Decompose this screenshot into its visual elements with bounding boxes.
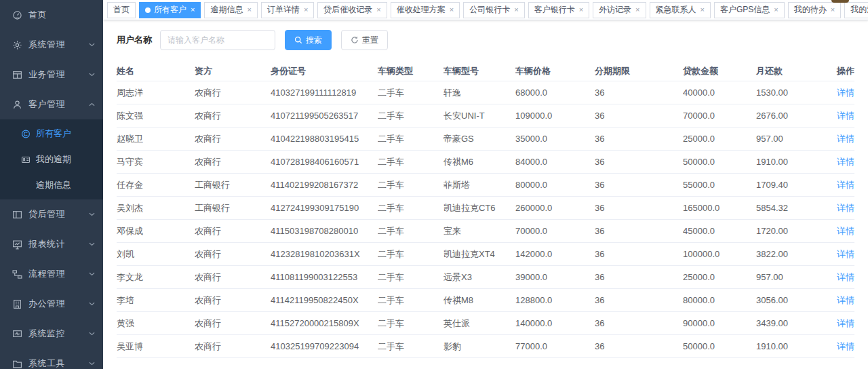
office-icon bbox=[12, 298, 22, 309]
table-cell: 远景X3 bbox=[443, 271, 515, 284]
tab[interactable]: 公司银行卡× bbox=[463, 2, 524, 18]
close-icon[interactable]: × bbox=[831, 6, 835, 14]
table-cell: 3822.00 bbox=[756, 249, 832, 259]
sidebar-item-label: 业务管理 bbox=[28, 69, 89, 81]
sidebar-item[interactable]: 系统工具 bbox=[0, 349, 103, 369]
action-cell: 详情 bbox=[832, 202, 854, 214]
sidebar-item[interactable]: 业务管理 bbox=[0, 60, 103, 90]
tab[interactable]: 订单详情× bbox=[261, 2, 314, 18]
table-cell: 二手车 bbox=[378, 225, 443, 237]
table-cell: 二手车 bbox=[378, 110, 443, 122]
tab[interactable]: 外访记录× bbox=[593, 2, 646, 18]
tab[interactable]: 我的流程× bbox=[844, 2, 868, 18]
tab[interactable]: 客户银行卡× bbox=[528, 2, 589, 18]
tab-label: 客户GPS信息 bbox=[720, 4, 770, 16]
detail-link[interactable]: 详情 bbox=[837, 341, 854, 351]
table-cell: 吴亚博 bbox=[117, 341, 195, 353]
action-cell: 详情 bbox=[832, 133, 854, 145]
tab[interactable]: 客户GPS信息× bbox=[714, 2, 785, 18]
close-icon[interactable]: × bbox=[514, 6, 518, 14]
detail-link[interactable]: 详情 bbox=[837, 295, 854, 305]
table-cell: 25000.0 bbox=[683, 134, 756, 144]
detail-link[interactable]: 详情 bbox=[837, 318, 854, 328]
close-icon[interactable]: × bbox=[635, 6, 639, 14]
tab[interactable]: 逾期信息× bbox=[204, 2, 257, 18]
table-cell: 35000.0 bbox=[515, 134, 595, 144]
close-icon[interactable]: × bbox=[304, 6, 308, 14]
table-cell: 36 bbox=[595, 111, 683, 121]
table-cell: 80000.0 bbox=[515, 180, 595, 190]
detail-link[interactable]: 详情 bbox=[837, 226, 854, 236]
table-cell: 70000.0 bbox=[683, 111, 756, 121]
table-cell: 50000.0 bbox=[683, 341, 756, 351]
customer-name-input[interactable] bbox=[160, 30, 275, 50]
close-icon[interactable]: × bbox=[579, 6, 583, 14]
sidebar-item[interactable]: 贷后管理 bbox=[0, 199, 103, 229]
tab[interactable]: 贷后催收记录× bbox=[317, 2, 387, 18]
table-cell: 李培 bbox=[117, 294, 195, 307]
detail-link[interactable]: 详情 bbox=[837, 203, 854, 213]
table-row: 吴亚博农商行410325199709223094二手车影豹77000.03650… bbox=[117, 335, 854, 358]
detail-link[interactable]: 详情 bbox=[837, 134, 854, 144]
table-cell: 凯迪拉克CT6 bbox=[443, 202, 515, 214]
table-cell: 36 bbox=[595, 203, 683, 213]
table-cell: 412724199309175190 bbox=[271, 203, 378, 213]
detail-link[interactable]: 详情 bbox=[837, 249, 854, 259]
table-cell: 二手车 bbox=[378, 317, 443, 330]
post-loan-icon bbox=[12, 209, 22, 220]
sidebar-item[interactable]: 客户管理 bbox=[0, 90, 103, 119]
table-cell: 二手车 bbox=[378, 156, 443, 168]
sidebar-subitem[interactable]: 所有客户 bbox=[0, 121, 103, 147]
close-icon[interactable]: × bbox=[450, 6, 454, 14]
tab-label: 逾期信息 bbox=[210, 4, 243, 16]
sidebar-item[interactable]: 系统监控 bbox=[0, 319, 103, 349]
table-cell: 二手车 bbox=[378, 248, 443, 260]
table-cell: 农商行 bbox=[195, 271, 271, 284]
tab[interactable]: 我的待办× bbox=[788, 2, 841, 18]
column-header: 月还款 bbox=[756, 65, 832, 77]
detail-link[interactable]: 详情 bbox=[837, 111, 854, 121]
sidebar-item[interactable]: 办公管理 bbox=[0, 289, 103, 319]
chevron-down-icon bbox=[89, 73, 95, 77]
process-icon bbox=[12, 269, 22, 279]
reset-button[interactable]: 重置 bbox=[341, 30, 388, 50]
close-icon[interactable]: × bbox=[191, 6, 195, 14]
detail-link[interactable]: 详情 bbox=[837, 272, 854, 282]
sidebar-item[interactable]: 首页 bbox=[0, 0, 103, 30]
search-button[interactable]: 搜索 bbox=[285, 30, 332, 50]
sidebar-item[interactable]: 报表统计 bbox=[0, 229, 103, 259]
tab[interactable]: 催收处理方案× bbox=[391, 2, 460, 18]
table-cell: 957.00 bbox=[756, 272, 832, 282]
table-cell: 英仕派 bbox=[443, 317, 515, 330]
table-cell: 农商行 bbox=[195, 317, 271, 330]
sidebar-subitem[interactable]: 逾期信息 bbox=[0, 172, 103, 198]
table-cell: 凯迪拉克XT4 bbox=[443, 248, 515, 260]
detail-link[interactable]: 详情 bbox=[837, 88, 854, 98]
sidebar-item-label: 首页 bbox=[28, 9, 95, 21]
close-icon[interactable]: × bbox=[376, 6, 380, 14]
table-row: 周志洋农商行410327199111112819二手车轩逸68000.03640… bbox=[117, 81, 854, 104]
table-cell: 二手车 bbox=[378, 179, 443, 191]
sidebar-item[interactable]: 系统管理 bbox=[0, 30, 103, 60]
tab[interactable]: 首页 bbox=[107, 2, 136, 18]
action-cell: 详情 bbox=[832, 294, 854, 307]
tab-label: 客户银行卡 bbox=[534, 4, 575, 16]
tab-label: 外访记录 bbox=[599, 4, 631, 16]
close-icon[interactable]: × bbox=[701, 6, 705, 14]
close-icon[interactable]: × bbox=[774, 6, 778, 14]
username-label: 用户名称 bbox=[117, 34, 152, 46]
tab[interactable]: 所有客户× bbox=[139, 2, 201, 18]
table-cell: 3439.00 bbox=[756, 318, 832, 328]
table-cell: 100000.0 bbox=[683, 249, 756, 259]
detail-link[interactable]: 详情 bbox=[837, 157, 854, 167]
sidebar-item[interactable]: 流程管理 bbox=[0, 259, 103, 289]
table-cell: 36 bbox=[595, 249, 683, 259]
column-header: 操作 bbox=[832, 65, 854, 77]
tab[interactable]: 紧急联系人× bbox=[650, 2, 711, 18]
detail-link[interactable]: 详情 bbox=[837, 180, 854, 190]
sidebar-subitem[interactable]: 我的逾期 bbox=[0, 147, 103, 172]
close-icon[interactable]: × bbox=[247, 6, 251, 14]
table-cell: 马守宾 bbox=[117, 156, 195, 168]
table-cell: 赵晓卫 bbox=[117, 133, 195, 145]
sidebar-item-label: 流程管理 bbox=[28, 268, 89, 280]
